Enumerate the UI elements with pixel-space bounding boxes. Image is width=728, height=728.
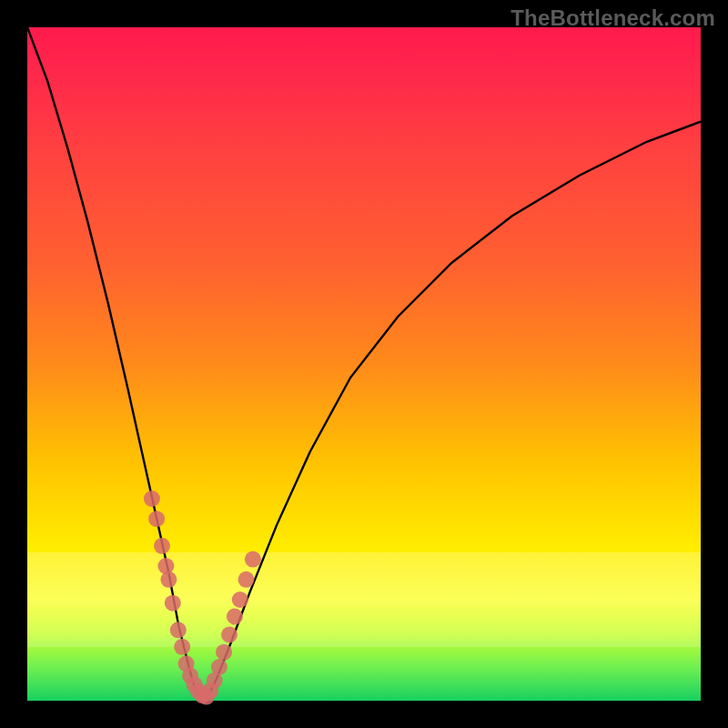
- curve-svg: [27, 27, 701, 701]
- marker-dot: [165, 595, 181, 612]
- bottleneck-curve: [27, 27, 701, 697]
- marker-dot: [174, 639, 190, 655]
- plot-area: [27, 27, 701, 701]
- marker-dot: [160, 571, 177, 588]
- marker-dot: [157, 558, 174, 574]
- marker-dot: [245, 551, 261, 568]
- left-branch-dots: [144, 490, 215, 705]
- right-branch-dots: [202, 551, 261, 699]
- marker-dot: [216, 644, 232, 661]
- marker-dot: [221, 627, 238, 643]
- marker-dot: [238, 571, 255, 588]
- marker-dot: [211, 659, 228, 675]
- marker-dot: [154, 538, 170, 554]
- marker-dot: [170, 622, 187, 638]
- marker-dot: [227, 609, 243, 625]
- chart-frame: TheBottleneck.com: [0, 0, 728, 728]
- marker-dot: [232, 592, 248, 608]
- marker-dot: [144, 490, 160, 507]
- marker-dot: [148, 511, 165, 527]
